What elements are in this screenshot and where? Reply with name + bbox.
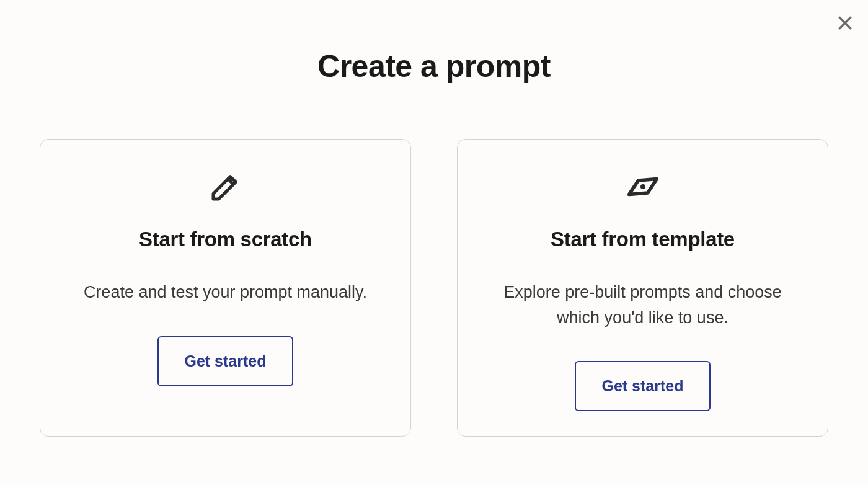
compass-icon (624, 168, 662, 205)
card-start-from-scratch: Start from scratch Create and test your … (40, 139, 411, 437)
get-started-template-button[interactable]: Get started (575, 361, 711, 411)
card-scratch-title: Start from scratch (139, 228, 312, 251)
modal-title: Create a prompt (0, 48, 868, 84)
get-started-scratch-button[interactable]: Get started (157, 336, 294, 386)
card-template-title: Start from template (551, 228, 735, 251)
pencil-icon (207, 168, 244, 205)
close-icon (836, 14, 854, 35)
card-template-description: Explore pre-built prompts and choose whi… (494, 280, 792, 330)
svg-point-4 (640, 184, 645, 189)
close-button[interactable] (836, 14, 854, 35)
card-scratch-description: Create and test your prompt manually. (84, 280, 367, 305)
card-start-from-template: Start from template Explore pre-built pr… (457, 139, 828, 437)
cards-container: Start from scratch Create and test your … (0, 139, 868, 437)
